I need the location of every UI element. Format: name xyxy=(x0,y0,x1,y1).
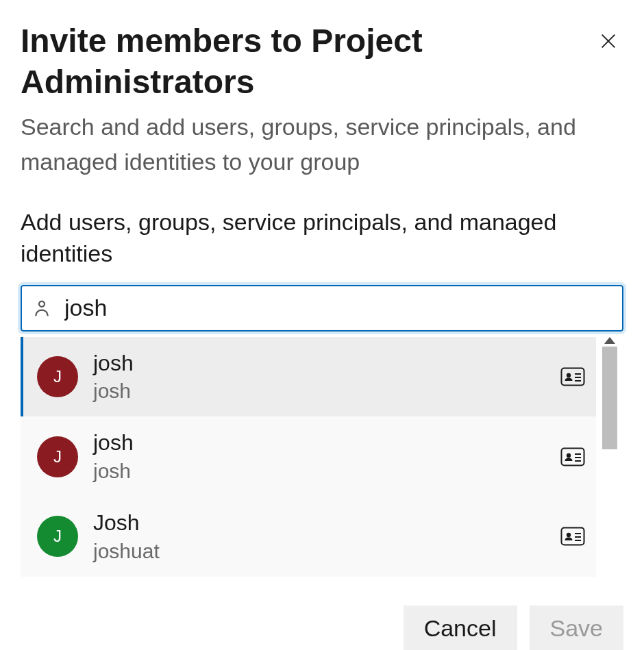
svg-point-9 xyxy=(567,453,571,457)
save-button[interactable]: Save xyxy=(530,605,624,650)
close-button[interactable] xyxy=(593,26,623,58)
search-input-container[interactable] xyxy=(21,285,623,332)
results-list: Jjoshjosh Jjoshjosh JJoshjoshuat xyxy=(21,337,596,578)
scroll-thumb[interactable] xyxy=(602,347,617,449)
result-text: joshjosh xyxy=(93,349,545,405)
result-sub: josh xyxy=(93,377,545,404)
result-sub: josh xyxy=(93,458,545,484)
svg-point-4 xyxy=(567,373,571,377)
result-name: josh xyxy=(93,429,545,458)
scrollbar[interactable] xyxy=(596,337,623,578)
contact-card-icon[interactable] xyxy=(560,447,585,466)
dialog-title: Invite members to Project Administrators xyxy=(21,21,534,103)
contact-card-icon[interactable] xyxy=(560,367,585,386)
dialog-subtitle: Search and add users, groups, service pr… xyxy=(21,110,582,179)
search-input[interactable] xyxy=(63,286,612,330)
result-name: josh xyxy=(93,349,545,378)
scroll-track[interactable] xyxy=(602,347,617,578)
close-icon xyxy=(599,42,618,53)
contact-card-icon[interactable] xyxy=(560,527,585,546)
avatar: J xyxy=(37,516,78,557)
avatar: J xyxy=(37,356,78,397)
result-name: Josh xyxy=(93,509,545,538)
result-item[interactable]: JJoshjoshuat xyxy=(21,497,596,577)
dialog-header: Invite members to Project Administrators xyxy=(21,21,623,110)
search-field-label: Add users, groups, service principals, a… xyxy=(21,207,582,270)
cancel-button[interactable]: Cancel xyxy=(404,605,517,650)
dialog-footer: Cancel Save xyxy=(0,578,644,650)
result-text: Joshjoshuat xyxy=(93,509,545,564)
search-results-dropdown: Jjoshjosh Jjoshjosh JJoshjoshuat xyxy=(21,337,623,578)
result-text: joshjosh xyxy=(93,429,545,484)
svg-marker-18 xyxy=(604,337,615,344)
result-sub: joshuat xyxy=(93,538,545,564)
scroll-up-arrow-icon[interactable] xyxy=(604,337,615,344)
person-icon xyxy=(32,298,52,318)
svg-point-14 xyxy=(567,533,571,537)
result-item[interactable]: Jjoshjosh xyxy=(21,337,596,417)
avatar: J xyxy=(37,436,78,477)
search-field: Jjoshjosh Jjoshjosh JJoshjoshuat xyxy=(21,285,623,578)
svg-point-2 xyxy=(39,301,45,307)
result-item[interactable]: Jjoshjosh xyxy=(21,416,596,497)
invite-members-dialog: Invite members to Project Administrators… xyxy=(0,0,644,578)
